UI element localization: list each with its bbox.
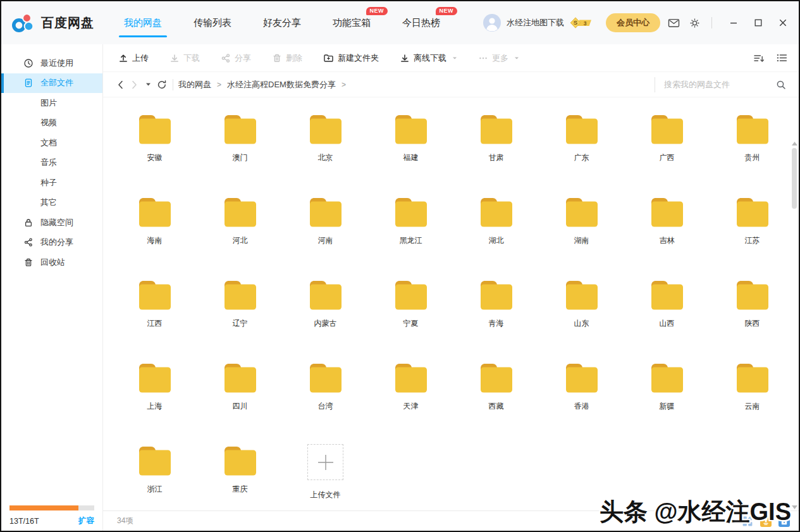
sidebar-item-others[interactable]: 其它 <box>1 193 102 213</box>
folder-tile[interactable]: 黑龙江 <box>368 194 453 277</box>
folder-tile[interactable]: 山东 <box>539 277 624 360</box>
folder-tile[interactable]: 江苏 <box>710 194 795 277</box>
username[interactable]: 水经注地图下载 <box>507 17 564 28</box>
refresh-icon[interactable] <box>155 78 169 92</box>
scroll-down-icon[interactable] <box>792 505 797 509</box>
folder-tile[interactable]: 四川 <box>197 360 283 443</box>
sidebar-item-recent[interactable]: 最近使用 <box>1 53 102 73</box>
avatar[interactable] <box>483 14 501 32</box>
sidebar-item-documents[interactable]: 文档 <box>1 133 102 153</box>
sidebar-item-torrents[interactable]: 种子 <box>1 173 102 193</box>
tab-toolbox[interactable]: 功能宝箱NEW <box>331 1 372 44</box>
expand-storage-link[interactable]: 扩容 <box>78 516 94 526</box>
sidebar-item-music[interactable]: 音乐 <box>1 153 102 173</box>
folder-tile[interactable]: 澳门 <box>197 111 283 194</box>
sidebar-item-my-shares[interactable]: 我的分享 <box>1 233 102 253</box>
folder-tile[interactable]: 新疆 <box>624 360 710 443</box>
folder-name: 江西 <box>147 318 163 329</box>
header-divider <box>711 17 712 28</box>
folder-tile[interactable]: 台湾 <box>283 360 368 443</box>
back-icon[interactable] <box>113 78 127 92</box>
folder-tile[interactable]: 香港 <box>539 360 624 443</box>
list-view-icon[interactable] <box>777 53 787 63</box>
status-bar: 34项 <box>103 510 799 531</box>
chevron-down-icon[interactable] <box>452 56 457 60</box>
folder-tile[interactable]: 云南 <box>710 360 795 443</box>
tab-my-drive[interactable]: 我的网盘 <box>123 1 163 44</box>
folder-tile[interactable]: 安徽 <box>112 111 197 194</box>
folder-tile[interactable]: 辽宁 <box>197 277 283 360</box>
folder-icon <box>305 277 346 311</box>
folder-tile[interactable]: 天津 <box>368 360 453 443</box>
tab-friend-share[interactable]: 好友分享 <box>262 1 302 44</box>
widgets-icon[interactable] <box>742 516 753 527</box>
folder-tile[interactable]: 贵州 <box>710 111 795 194</box>
vertical-scrollbar <box>791 142 798 509</box>
close-button[interactable] <box>776 16 790 30</box>
sidebar-item-all-files[interactable]: 全部文件 <box>1 73 102 94</box>
folder-name: 海南 <box>147 235 163 246</box>
vip-center-button[interactable]: 会员中心 <box>606 13 660 32</box>
upload-button[interactable]: 上传 <box>118 53 149 64</box>
sidebar-item-hidden-space[interactable]: 隐藏空间 <box>1 213 102 233</box>
folder-tile[interactable]: 内蒙古 <box>283 277 368 360</box>
folder-icon <box>220 360 261 394</box>
sidebar-item-recycle-bin[interactable]: 回收站 <box>1 252 102 273</box>
lock-status-icon[interactable] <box>778 516 790 527</box>
folder-icon <box>647 194 687 228</box>
item-count: 34项 <box>117 516 133 526</box>
breadcrumb-root[interactable]: 我的网盘 <box>178 79 211 90</box>
folder-icon <box>476 194 517 228</box>
settings-gear-icon[interactable] <box>687 15 702 30</box>
breadcrumb: 我的网盘 > 水经注高程DEM数据免费分享 > <box>178 79 346 90</box>
folder-tile[interactable]: 陕西 <box>710 277 795 360</box>
folder-tile[interactable]: 甘肃 <box>453 111 539 194</box>
folder-tile[interactable]: 海南 <box>112 194 197 277</box>
new-badge: NEW <box>436 7 458 15</box>
folder-tile[interactable]: 上海 <box>112 360 197 443</box>
sidebar-item-images[interactable]: 图片 <box>1 93 102 113</box>
sort-order-icon[interactable] <box>753 53 765 63</box>
offline-download-button[interactable]: 离线下载 <box>400 53 457 64</box>
folder-tile[interactable]: 河南 <box>283 194 368 277</box>
folder-tile[interactable]: 青海 <box>453 277 539 360</box>
lock-icon <box>23 218 34 228</box>
search-input[interactable] <box>664 80 776 89</box>
new-folder-button[interactable]: 新建文件夹 <box>323 53 379 64</box>
folder-tile[interactable]: 广西 <box>624 111 710 194</box>
folder-tile[interactable]: 湖南 <box>539 194 624 277</box>
folder-tile[interactable]: 北京 <box>283 111 368 194</box>
folder-tile[interactable]: 江西 <box>112 277 197 360</box>
folder-tile[interactable]: 山西 <box>624 277 710 360</box>
folder-tile[interactable]: 福建 <box>368 111 453 194</box>
scrollbar-thumb[interactable] <box>792 148 797 209</box>
folder-tile[interactable]: 广东 <box>539 111 624 194</box>
search-icon[interactable] <box>776 80 786 90</box>
maximize-button[interactable] <box>751 16 765 30</box>
sidebar-item-videos[interactable]: 视频 <box>1 113 102 133</box>
download-button: 下载 <box>169 53 200 64</box>
status-icons <box>742 516 790 527</box>
folder-icon <box>647 360 687 394</box>
folder-tile[interactable]: 河北 <box>197 194 283 277</box>
scroll-up-icon[interactable] <box>792 142 797 145</box>
mail-icon[interactable] <box>666 15 681 30</box>
minimize-button[interactable] <box>727 16 741 30</box>
path-bar: 我的网盘 > 水经注高程DEM数据免费分享 > <box>103 72 799 97</box>
folder-tile[interactable]: 湖北 <box>453 194 539 277</box>
member-level-badge[interactable]: 3 S <box>570 17 594 28</box>
forward-icon[interactable] <box>127 78 141 92</box>
folder-tile[interactable]: 宁夏 <box>368 277 453 360</box>
tab-transfer-list[interactable]: 传输列表 <box>192 1 233 44</box>
speed-upload-icon[interactable] <box>760 516 772 527</box>
folder-tile[interactable]: 吉林 <box>624 194 710 277</box>
folder-tile[interactable]: 西藏 <box>453 360 539 443</box>
tab-hot-list[interactable]: 今日热榜NEW <box>401 1 441 44</box>
history-dropdown-icon[interactable] <box>141 78 155 92</box>
file-grid: 安徽 澳门 北京 <box>103 97 799 526</box>
breadcrumb-separator: > <box>217 80 221 89</box>
upload-icon <box>118 53 128 63</box>
delete-button: 删除 <box>272 53 302 64</box>
folder-name: 西藏 <box>489 401 504 412</box>
breadcrumb-current-folder[interactable]: 水经注高程DEM数据免费分享 <box>227 79 336 90</box>
